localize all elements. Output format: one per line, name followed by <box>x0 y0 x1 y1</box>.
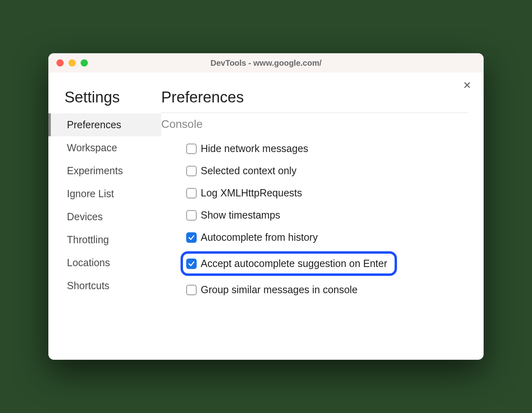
option-label: Show timestamps <box>201 209 280 221</box>
option-label: Log XMLHttpRequests <box>201 187 302 199</box>
checkbox[interactable] <box>186 232 197 243</box>
option-label: Autocomplete from history <box>201 232 318 243</box>
option-label: Hide network messages <box>201 143 308 154</box>
checkbox[interactable] <box>186 144 197 154</box>
minimize-window-button[interactable] <box>69 59 76 67</box>
close-window-button[interactable] <box>56 59 64 67</box>
content-area: Settings PreferencesWorkspaceExperiments… <box>48 73 484 360</box>
zoom-window-button[interactable] <box>81 59 88 67</box>
sidebar-item-ignore-list[interactable]: Ignore List <box>48 182 161 205</box>
settings-sidebar: Settings PreferencesWorkspaceExperiments… <box>48 89 161 360</box>
main-heading: Preferences <box>161 89 468 106</box>
sidebar-item-experiments[interactable]: Experiments <box>48 159 161 182</box>
checkbox[interactable] <box>186 188 197 198</box>
option-hide-network-messages[interactable]: Hide network messages <box>184 140 312 157</box>
option-label: Accept autocomplete suggestion on Enter <box>201 258 387 269</box>
option-group-similar-messages-in-console[interactable]: Group similar messages in console <box>184 282 362 298</box>
checkbox[interactable] <box>186 166 197 176</box>
sidebar-item-preferences[interactable]: Preferences <box>48 113 161 136</box>
sidebar-item-shortcuts[interactable]: Shortcuts <box>48 274 161 297</box>
sidebar-nav: PreferencesWorkspaceExperimentsIgnore Li… <box>60 113 161 297</box>
option-label: Group similar messages in console <box>201 284 357 296</box>
section-title: Console <box>161 118 468 131</box>
divider <box>161 113 468 113</box>
sidebar-item-workspace[interactable]: Workspace <box>48 136 161 159</box>
main-panel: Preferences Console Hide network message… <box>161 89 484 360</box>
close-icon[interactable] <box>463 81 472 91</box>
checkbox[interactable] <box>186 259 197 269</box>
window-title: DevTools - www.google.com/ <box>48 58 484 68</box>
option-accept-autocomplete-suggestion-on-enter[interactable]: Accept autocomplete suggestion on Enter <box>181 251 397 276</box>
traffic-lights <box>56 59 88 67</box>
titlebar: DevTools - www.google.com/ <box>48 53 484 73</box>
devtools-settings-window: DevTools - www.google.com/ Settings Pref… <box>48 53 484 360</box>
sidebar-item-throttling[interactable]: Throttling <box>48 228 161 251</box>
options-list: Hide network messagesSelected context on… <box>161 140 468 298</box>
option-show-timestamps[interactable]: Show timestamps <box>184 207 284 223</box>
checkbox[interactable] <box>186 210 197 221</box>
option-autocomplete-from-history[interactable]: Autocomplete from history <box>184 229 322 246</box>
option-selected-context-only[interactable]: Selected context only <box>184 163 301 179</box>
sidebar-item-devices[interactable]: Devices <box>48 205 161 228</box>
option-log-xmlhttprequests[interactable]: Log XMLHttpRequests <box>184 185 306 201</box>
sidebar-item-locations[interactable]: Locations <box>48 251 161 274</box>
option-label: Selected context only <box>201 165 297 177</box>
checkbox[interactable] <box>186 285 197 295</box>
sidebar-heading: Settings <box>60 89 161 106</box>
